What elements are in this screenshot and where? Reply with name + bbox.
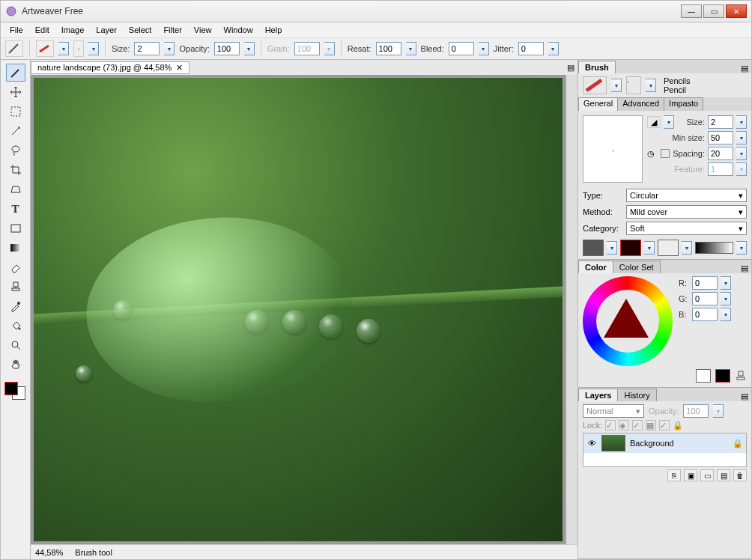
texture-drop-3[interactable]: ▾ [682, 241, 692, 255]
clock-icon[interactable]: ◷ [647, 149, 658, 159]
zoom-tool[interactable] [6, 336, 25, 354]
menu-layer[interactable]: Layer [90, 24, 123, 36]
stamp-tool[interactable] [6, 278, 25, 296]
color-wheel[interactable] [583, 276, 673, 366]
prop-spacing-input[interactable]: 20 [708, 147, 733, 160]
tip-shape-drop[interactable]: ▾ [664, 115, 674, 129]
stamp-icon[interactable] [735, 370, 747, 382]
close-tab-icon[interactable]: ✕ [176, 63, 183, 73]
brush-tool[interactable] [6, 64, 25, 82]
lock-extra-checkbox[interactable]: ✓ [659, 420, 670, 430]
maximize-button[interactable]: ▭ [703, 4, 724, 18]
layer-delete-button[interactable]: 🗑 [733, 469, 747, 481]
b-drop[interactable]: ▾ [721, 308, 731, 321]
opt-resat-drop[interactable]: ▾ [406, 42, 416, 55]
lock-trans-checkbox[interactable]: ✓ [632, 420, 643, 430]
lock-pixels-checkbox[interactable]: ✓ [605, 420, 616, 430]
tab-brush[interactable]: Brush [578, 61, 616, 73]
opt-size-input[interactable]: 2 [134, 42, 160, 55]
prop-size-drop[interactable]: ▾ [736, 115, 747, 129]
opt-bleed-drop[interactable]: ▾ [479, 42, 489, 55]
gradient-tool[interactable] [6, 239, 25, 257]
layer-link-button[interactable]: ⎘ [667, 469, 681, 481]
doc-menu-icon[interactable]: ▤ [564, 63, 577, 73]
foreground-color-swatch[interactable] [4, 382, 18, 395]
tab-color-set[interactable]: Color Set [613, 261, 661, 273]
close-button[interactable]: ✕ [726, 4, 747, 18]
menu-window[interactable]: Window [218, 24, 259, 36]
subtab-advanced[interactable]: Advanced [617, 97, 664, 111]
category-select[interactable]: Soft▾ [626, 222, 747, 235]
prop-minsize-input[interactable]: 50 [708, 131, 733, 144]
brush-category-drop[interactable]: ▾ [611, 79, 622, 92]
spacing-checkbox[interactable] [661, 149, 670, 158]
brush-category-icon[interactable] [583, 76, 607, 94]
hand-tool[interactable] [6, 356, 25, 374]
brush-tip-icon[interactable]: · [626, 76, 641, 94]
brush-preview-dropdown[interactable]: ▾ [58, 42, 69, 55]
opt-opacity-drop[interactable]: ▾ [244, 42, 255, 55]
g-drop[interactable]: ▾ [721, 292, 731, 305]
tab-layers[interactable]: Layers [578, 389, 618, 401]
tip-preview-icon[interactable]: · [73, 40, 84, 57]
tool-preset-icon[interactable] [5, 40, 23, 57]
prop-minsize-drop[interactable]: ▾ [736, 131, 747, 144]
menu-select[interactable]: Select [123, 24, 158, 36]
selection-tool[interactable] [6, 103, 25, 121]
menu-image[interactable]: Image [55, 24, 91, 36]
texture-drop-2[interactable]: ▾ [644, 241, 655, 255]
document-tab[interactable]: nature landscape (73).jpg @ 44,58% ✕ [31, 61, 189, 74]
texture-drop-1[interactable]: ▾ [607, 241, 617, 255]
brush-tip-drop[interactable]: ▾ [646, 79, 656, 92]
tab-history[interactable]: History [617, 389, 656, 401]
opt-resat-input[interactable]: 100 [376, 42, 401, 55]
perspective-tool[interactable] [6, 180, 25, 198]
menu-edit[interactable]: Edit [29, 24, 55, 36]
menu-filter[interactable]: Filter [157, 24, 187, 36]
brush-preview-icon[interactable] [36, 40, 54, 57]
gradient-drop[interactable]: ▾ [736, 241, 747, 255]
subtab-general[interactable]: General [578, 97, 618, 111]
tip-shape-icon[interactable]: ◢ [647, 116, 661, 128]
eyedropper-tool[interactable] [6, 297, 25, 315]
layer-thumbnail[interactable] [601, 435, 625, 451]
tip-preview-dropdown[interactable]: ▾ [88, 42, 99, 55]
minimize-button[interactable]: — [681, 4, 702, 18]
g-input[interactable]: 0 [692, 292, 718, 305]
crop-tool[interactable] [6, 161, 25, 179]
tab-color[interactable]: Color [578, 261, 613, 273]
lock-position-checkbox[interactable]: ◈ [619, 420, 629, 430]
opt-bleed-input[interactable]: 0 [449, 42, 474, 55]
layer-row[interactable]: 👁 Background 🔒 [583, 433, 746, 453]
color-bg-swatch[interactable] [696, 369, 711, 383]
layer-group-button[interactable]: ▭ [700, 469, 714, 481]
opt-jitter-drop[interactable]: ▾ [548, 42, 559, 55]
method-select[interactable]: Mild cover▾ [626, 205, 747, 219]
opt-size-drop[interactable]: ▾ [164, 42, 175, 55]
r-drop[interactable]: ▾ [721, 276, 731, 290]
blend-mode-select[interactable]: Normal▾ [583, 404, 644, 418]
texture-swatch-1[interactable] [583, 240, 604, 256]
brush-panel-menu-icon[interactable]: ▤ [738, 64, 751, 73]
shape-tool[interactable] [6, 219, 25, 237]
text-tool[interactable]: T [6, 200, 25, 218]
texture-swatch-2[interactable] [620, 240, 641, 256]
r-input[interactable]: 0 [692, 276, 718, 290]
type-select[interactable]: Circular▾ [626, 189, 747, 202]
layer-new-button[interactable]: ▤ [717, 469, 730, 481]
canvas[interactable] [34, 78, 563, 541]
layer-name[interactable]: Background [630, 439, 674, 448]
color-swatches[interactable] [4, 382, 27, 401]
texture-swatch-3[interactable] [658, 240, 679, 256]
lasso-tool[interactable] [6, 141, 25, 159]
b-input[interactable]: 0 [692, 308, 718, 321]
bucket-tool[interactable] [6, 317, 25, 335]
move-tool[interactable] [6, 83, 25, 101]
lock-all-checkbox[interactable]: ▦ [646, 420, 656, 430]
eye-icon[interactable]: 👁 [586, 439, 597, 448]
prop-size-input[interactable]: 2 [708, 115, 733, 129]
color-panel-menu-icon[interactable]: ▤ [738, 264, 751, 273]
vertical-scrollbar[interactable] [565, 75, 577, 544]
layers-panel-menu-icon[interactable]: ▤ [738, 392, 751, 401]
menu-help[interactable]: Help [259, 24, 288, 36]
